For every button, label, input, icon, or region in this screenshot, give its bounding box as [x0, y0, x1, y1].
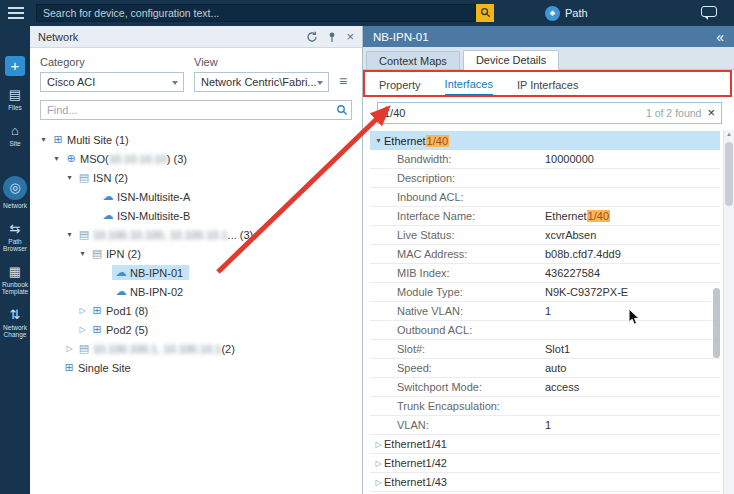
expander-icon[interactable]: ▷: [77, 306, 88, 315]
interface-search-box: 1 of 2 found ×: [377, 102, 722, 124]
tree-item-single-site[interactable]: ⊞ Single Site: [30, 358, 362, 377]
property-row: MIB Index: 436227584: [370, 264, 720, 283]
expander-icon[interactable]: ▷: [77, 325, 88, 334]
refresh-icon[interactable]: [306, 31, 318, 43]
pin-icon[interactable]: [326, 31, 338, 43]
property-row: Outbound ACL:: [370, 321, 720, 340]
interface-list: ▾ Ethernet1/40 Bandwidth: 10000000 Descr…: [370, 131, 720, 494]
tab-device-details[interactable]: Device Details: [463, 50, 559, 70]
view-select[interactable]: Network Centric\Fabri...: [194, 72, 329, 92]
property-row: Module Type: N9K-C9372PX-E: [370, 283, 720, 302]
tab-ip-interfaces[interactable]: IP Interfaces: [517, 73, 579, 95]
close-icon[interactable]: ×: [346, 31, 354, 43]
expander-icon[interactable]: ▾: [38, 135, 49, 144]
sidebar-item-network-change[interactable]: ⇅ Network Change: [0, 308, 30, 338]
sidebar-item-site[interactable]: ⌂ Site: [0, 124, 30, 147]
site-group-icon: ⊞: [51, 133, 65, 146]
tree-item-nb-ipn-01[interactable]: ☁ NB-IPN-01: [30, 263, 362, 282]
interface-group-ethernet-1-41[interactable]: ▷ Ethernet1/41: [370, 435, 720, 454]
search-match-highlight: 1/40: [587, 210, 610, 222]
sidebar-item-network[interactable]: ◎ Network: [0, 176, 30, 209]
sidebar-item-runbook-template[interactable]: ▦ Runbook Template: [0, 265, 30, 295]
find-box: [40, 100, 352, 120]
path-menu[interactable]: ◆ Path: [545, 4, 588, 22]
redacted-text: 10.10.10.10: [109, 153, 167, 165]
add-button[interactable]: +: [5, 56, 25, 76]
clear-search-icon[interactable]: ×: [707, 107, 715, 119]
expander-icon[interactable]: ▾: [51, 154, 62, 163]
device-cloud-icon: ☁: [101, 190, 115, 203]
top-bar: ◆ Path: [0, 0, 734, 26]
property-row: VLAN: 1: [370, 416, 720, 435]
inner-scrollbar-thumb[interactable]: [713, 288, 720, 358]
scrollbar-thumb[interactable]: [725, 142, 733, 206]
tree-item-isn-multisite-a[interactable]: ☁ ISN-Multisite-A: [30, 187, 362, 206]
property-row: Bandwidth: 10000000: [370, 150, 720, 169]
tab-context-maps[interactable]: Context Maps: [366, 51, 460, 69]
tree-item-isn-multisite-b[interactable]: ☁ ISN-Multisite-B: [30, 206, 362, 225]
interface-group-ethernet-1-40[interactable]: ▾ Ethernet1/40: [370, 131, 720, 150]
main-menu-icon[interactable]: [8, 7, 24, 22]
runbook-template-icon: ▦: [9, 265, 21, 279]
expander-icon[interactable]: ▷: [373, 478, 384, 487]
property-row: Inbound ACL:: [370, 188, 720, 207]
search-match-highlight: 1/40: [426, 135, 449, 147]
property-row: Speed: auto: [370, 359, 720, 378]
search-icon: [480, 6, 491, 21]
tab-property[interactable]: Property: [379, 73, 421, 95]
sidebar-item-files[interactable]: ▤ Files: [0, 88, 30, 111]
tree-item-mso[interactable]: ▾ ⊕ MSO(10.10.10.10) (3): [30, 149, 362, 168]
group-icon: ▤: [77, 228, 91, 241]
tree-item-multi-site[interactable]: ▾ ⊞ Multi Site (1): [30, 130, 362, 149]
tree-item-nb-ipn-02[interactable]: ☁ NB-IPN-02: [30, 282, 362, 301]
global-search-input[interactable]: [36, 4, 476, 22]
search-button[interactable]: [476, 4, 494, 22]
property-row: MAC Address: b08b.cfd7.4dd9: [370, 245, 720, 264]
view-menu-icon[interactable]: ≡: [334, 73, 352, 91]
feedback-bubble-icon[interactable]: [701, 6, 717, 17]
interface-group-ethernet-1-42[interactable]: ▷ Ethernet1/42: [370, 454, 720, 473]
tree-item-fabric[interactable]: ▾ ▤ 10.100.10.100, 10.100.10.1... (3): [30, 225, 362, 244]
group-icon: ▤: [90, 247, 104, 260]
selected-tree-item[interactable]: ☁ NB-IPN-01: [112, 265, 189, 280]
tree-item-pod2[interactable]: ▷ ⊞ Pod2 (5): [30, 320, 362, 339]
details-tab-bar: Context Maps Device Details: [363, 47, 734, 70]
search-result-count: 1 of 2 found: [646, 107, 701, 119]
expander-icon[interactable]: ▷: [64, 344, 75, 353]
find-search-icon[interactable]: [336, 104, 348, 118]
chevron-down-icon: [172, 81, 178, 85]
tab-interfaces[interactable]: Interfaces: [445, 72, 493, 96]
category-label: Category: [40, 56, 184, 68]
view-label: View: [194, 56, 352, 68]
site-icon: ⌂: [11, 124, 19, 138]
tree-item-fabric2[interactable]: ▷ ▤ 10.100.100.1, 10.100.10.1 (2): [30, 339, 362, 358]
path-label: Path: [565, 7, 588, 19]
expander-icon[interactable]: ▾: [64, 173, 75, 182]
property-row: Description:: [370, 169, 720, 188]
details-subtab-bar: Property Interfaces IP Interfaces: [363, 70, 734, 97]
find-input[interactable]: [40, 100, 352, 120]
tree-item-isn[interactable]: ▾ ▤ ISN (2): [30, 168, 362, 187]
tree-item-pod1[interactable]: ▷ ⊞ Pod1 (8): [30, 301, 362, 320]
expander-icon[interactable]: ▾: [64, 230, 75, 239]
device-details-panel: NB-IPN-01 « Context Maps Device Details …: [363, 26, 734, 494]
device-cloud-icon: ☁: [101, 209, 115, 222]
network-panel-header: Network ×: [30, 26, 362, 48]
interface-group-ethernet-1-43[interactable]: ▷ Ethernet1/43: [370, 473, 720, 492]
left-icon-bar: + ▤ Files ⌂ Site ◎ Network ⇆ Path Browse…: [0, 26, 30, 494]
device-cloud-icon: ☁: [114, 266, 128, 279]
interface-search-input[interactable]: [378, 107, 646, 119]
collapse-panel-icon[interactable]: «: [716, 30, 724, 44]
category-select[interactable]: Cisco ACI: [40, 72, 184, 92]
sidebar-item-path-browser[interactable]: ⇆ Path Browser: [0, 222, 30, 252]
scroll-up-icon[interactable]: ▲: [724, 131, 734, 137]
tree-item-ipn[interactable]: ▾ ▤ IPN (2): [30, 244, 362, 263]
expander-icon[interactable]: ▷: [373, 459, 384, 468]
redacted-text: 10.100.100.1, 10.100.10.1: [93, 343, 221, 355]
expander-icon[interactable]: ▾: [77, 249, 88, 258]
vertical-scrollbar[interactable]: ▲: [723, 130, 734, 494]
site-group-icon: ⊞: [62, 361, 76, 374]
expander-icon[interactable]: ▾: [373, 136, 384, 145]
network-panel: Network × Category Cisco ACI View Networ…: [30, 26, 363, 494]
expander-icon[interactable]: ▷: [373, 440, 384, 449]
